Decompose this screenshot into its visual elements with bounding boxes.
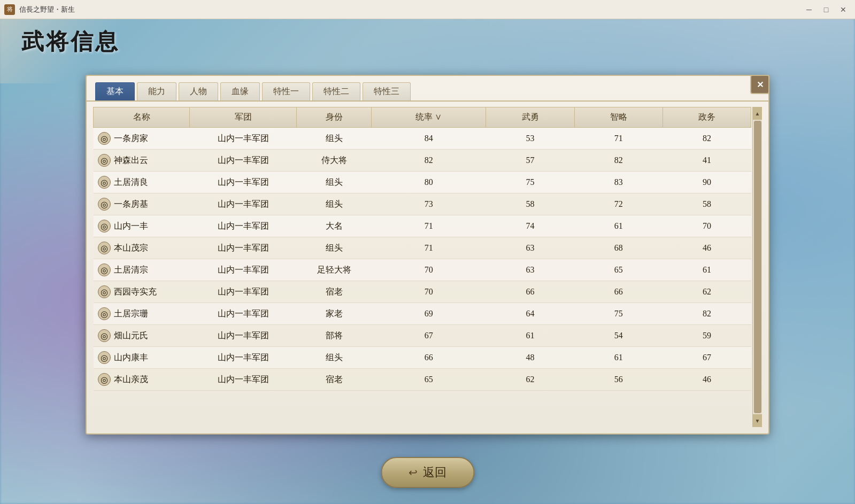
col-header-valor[interactable]: 武勇 — [486, 107, 574, 128]
char-icon: ◎ — [98, 329, 111, 342]
cell-army: 山内一丰军团 — [190, 281, 297, 303]
dialog-close-button[interactable]: ✕ — [750, 75, 769, 94]
cell-valor: 63 — [486, 259, 574, 281]
cell-strategy: 54 — [574, 325, 663, 347]
cell-strategy: 82 — [574, 150, 663, 172]
table-scroll[interactable]: 名称军团身份统率 ∨武勇智略政务 ◎一条房家山内一丰军团组头84537182◎神… — [93, 107, 762, 427]
return-icon: ↩ — [409, 466, 418, 479]
cell-strategy: 72 — [574, 193, 663, 215]
cell-name: ◎神森出云 — [94, 150, 190, 172]
cell-politics: 59 — [663, 325, 751, 347]
cell-name: ◎土居清良 — [94, 172, 190, 193]
char-icon: ◎ — [98, 242, 111, 254]
cell-rank: 部将 — [297, 325, 372, 347]
cell-name: ◎土居清宗 — [94, 259, 190, 281]
return-button[interactable]: ↩ 返回 — [381, 457, 474, 488]
char-icon: ◎ — [98, 220, 111, 232]
minimize-button[interactable]: ─ — [802, 3, 817, 16]
cell-valor: 74 — [486, 215, 574, 237]
cell-rank: 侍大将 — [297, 150, 372, 172]
char-icon: ◎ — [98, 176, 111, 189]
cell-valor: 58 — [486, 193, 574, 215]
cell-command: 70 — [372, 259, 486, 281]
data-table: 名称军团身份统率 ∨武勇智略政务 ◎一条房家山内一丰军团组头84537182◎神… — [93, 107, 751, 391]
cell-valor: 57 — [486, 150, 574, 172]
cell-valor: 61 — [486, 325, 574, 347]
table-row[interactable]: ◎山内康丰山内一丰军团组头66486167 — [94, 347, 751, 369]
cell-politics: 41 — [663, 150, 751, 172]
table-row[interactable]: ◎土居清良山内一丰军团组头80758390 — [94, 172, 751, 193]
table-row[interactable]: ◎本山茂宗山内一丰军团组头71636846 — [94, 237, 751, 259]
tab-lineage[interactable]: 血缘 — [220, 82, 260, 100]
dialog-panel: ✕ 基本能力人物血缘特性一特性二特性三 名称军团身份统率 ∨武勇智略政务 ◎一条… — [86, 75, 769, 435]
return-button-inner[interactable]: ↩ 返回 — [381, 457, 474, 488]
table-row[interactable]: ◎神森出云山内一丰军团侍大将82578241 — [94, 150, 751, 172]
maximize-button[interactable]: □ — [819, 3, 834, 16]
cell-command: 71 — [372, 215, 486, 237]
table-row[interactable]: ◎西园寺实充山内一丰军团宿老70666662 — [94, 281, 751, 303]
table-body: ◎一条房家山内一丰军团组头84537182◎神森出云山内一丰军团侍大将82578… — [94, 128, 751, 391]
cell-politics: 46 — [663, 237, 751, 259]
table-header-row: 名称军团身份统率 ∨武勇智略政务 — [94, 107, 751, 128]
scroll-up-button[interactable]: ▲ — [753, 107, 762, 120]
tab-person[interactable]: 人物 — [179, 82, 218, 100]
col-header-rank[interactable]: 身份 — [297, 107, 372, 128]
cell-command: 69 — [372, 303, 486, 325]
col-header-name[interactable]: 名称 — [94, 107, 190, 128]
table-row[interactable]: ◎本山亲茂山内一丰军团宿老65625646 — [94, 369, 751, 391]
cell-valor: 62 — [486, 369, 574, 391]
tabs-bar: 基本能力人物血缘特性一特性二特性三 — [87, 76, 768, 102]
char-icon: ◎ — [98, 351, 111, 364]
cell-politics: 61 — [663, 259, 751, 281]
cell-rank: 宿老 — [297, 281, 372, 303]
tab-ability[interactable]: 能力 — [137, 82, 176, 100]
cell-name: ◎本山茂宗 — [94, 237, 190, 259]
page-heading: 武将信息 — [21, 27, 120, 57]
cell-valor: 63 — [486, 237, 574, 259]
cell-valor: 75 — [486, 172, 574, 193]
cell-politics: 82 — [663, 303, 751, 325]
char-icon: ◎ — [98, 154, 111, 167]
cell-politics: 62 — [663, 281, 751, 303]
table-row[interactable]: ◎土居宗珊山内一丰军团家老69647582 — [94, 303, 751, 325]
cell-politics: 90 — [663, 172, 751, 193]
app-icon: 将 — [4, 4, 15, 15]
col-header-strategy[interactable]: 智略 — [574, 107, 663, 128]
cell-strategy: 75 — [574, 303, 663, 325]
scrollbar-thumb[interactable] — [754, 121, 761, 413]
cell-strategy: 61 — [574, 215, 663, 237]
cell-army: 山内一丰军团 — [190, 237, 297, 259]
cell-command: 80 — [372, 172, 486, 193]
char-icon: ◎ — [98, 263, 111, 276]
tab-trait3[interactable]: 特性三 — [363, 82, 411, 100]
cell-army: 山内一丰军团 — [190, 303, 297, 325]
cell-army: 山内一丰军团 — [190, 369, 297, 391]
cell-name: ◎山内康丰 — [94, 347, 190, 369]
table-row[interactable]: ◎一条房基山内一丰军团组头73587258 — [94, 193, 751, 215]
scroll-down-button[interactable]: ▼ — [753, 414, 762, 427]
cell-strategy: 61 — [574, 347, 663, 369]
titlebar-controls: ─ □ ✕ — [802, 3, 851, 16]
table-row[interactable]: ◎山内一丰山内一丰军团大名71746170 — [94, 215, 751, 237]
table-row[interactable]: ◎畑山元氏山内一丰军团部将67615459 — [94, 325, 751, 347]
cell-strategy: 56 — [574, 369, 663, 391]
tab-trait1[interactable]: 特性一 — [262, 82, 310, 100]
col-header-command[interactable]: 统率 ∨ — [372, 107, 486, 128]
cell-rank: 组头 — [297, 128, 372, 150]
table-row[interactable]: ◎土居清宗山内一丰军团足轻大将70636561 — [94, 259, 751, 281]
cell-name: ◎畑山元氏 — [94, 325, 190, 347]
tab-trait2[interactable]: 特性二 — [312, 82, 360, 100]
table-row[interactable]: ◎一条房家山内一丰军团组头84537182 — [94, 128, 751, 150]
col-header-army[interactable]: 军团 — [190, 107, 297, 128]
cell-army: 山内一丰军团 — [190, 172, 297, 193]
cell-name: ◎西园寺实充 — [94, 281, 190, 303]
cell-command: 84 — [372, 128, 486, 150]
cell-name: ◎山内一丰 — [94, 215, 190, 237]
tab-basic[interactable]: 基本 — [95, 82, 135, 100]
col-header-politics[interactable]: 政务 — [663, 107, 751, 128]
cell-army: 山内一丰军团 — [190, 259, 297, 281]
cell-strategy: 68 — [574, 237, 663, 259]
window-close-button[interactable]: ✕ — [836, 3, 851, 16]
cell-name: ◎一条房家 — [94, 128, 190, 150]
char-icon: ◎ — [98, 373, 111, 386]
